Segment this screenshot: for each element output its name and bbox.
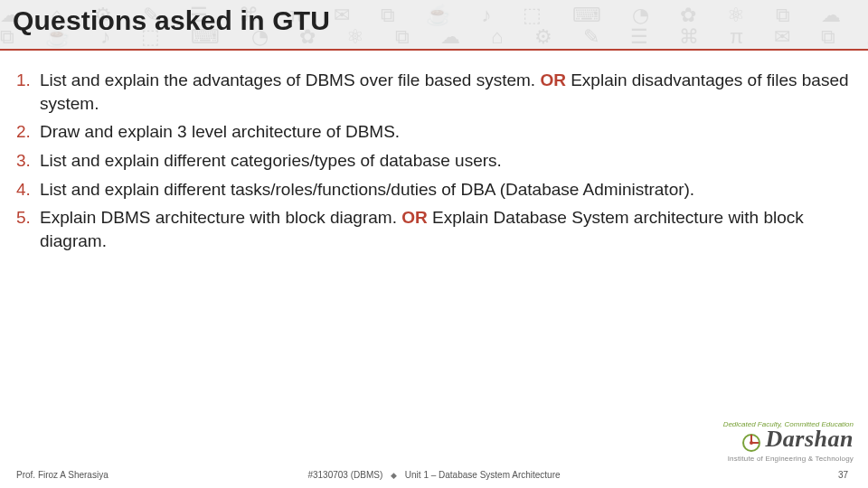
question-text-pre: Explain DBMS architecture with block dia… — [40, 208, 401, 227]
logo-mark-icon — [741, 432, 762, 454]
list-item: Explain DBMS architecture with block dia… — [16, 206, 852, 252]
footer-unit: Unit 1 – Database System Architecture — [405, 470, 561, 480]
question-list: List and explain the advantages of DBMS … — [16, 69, 852, 252]
footer-center: #3130703 (DBMS) ◆ Unit 1 – Database Syst… — [307, 470, 560, 480]
footer-page-number: 37 — [838, 470, 848, 480]
header-band: ☁ ⌂ ⚙ ✎ ☰ ⌘ π ✉ ⧉ ☕ ♪ ⬚ ⌨ ◔ ✿ ⚛ ⧉ ☁ ⌂ ⚙ … — [0, 0, 868, 49]
slide-title: Questions asked in GTU — [13, 5, 330, 36]
footer-professor: Prof. Firoz A Sherasiya — [16, 470, 224, 480]
list-item: List and explain different tasks/roles/f… — [16, 178, 852, 202]
list-item: List and explain different categories/ty… — [16, 149, 852, 173]
list-item: List and explain the advantages of DBMS … — [16, 69, 852, 115]
footer-bar: Prof. Firoz A Sherasiya #3130703 (DBMS) … — [0, 461, 868, 488]
logo-name: Darshan — [766, 426, 854, 452]
slide-root: ☁ ⌂ ⚙ ✎ ☰ ⌘ π ✉ ⧉ ☕ ♪ ⬚ ⌨ ◔ ✿ ⚛ ⧉ ☁ ⌂ ⚙ … — [0, 0, 868, 488]
or-keyword: OR — [540, 70, 566, 89]
list-item: Draw and explain 3 level architecture of… — [16, 120, 852, 144]
question-text-pre: List and explain different categories/ty… — [40, 151, 502, 170]
or-keyword: OR — [401, 208, 428, 227]
question-text-pre: List and explain the advantages of DBMS … — [40, 70, 540, 89]
footer-course-code: #3130703 (DBMS) — [307, 470, 382, 480]
question-text-pre: Draw and explain 3 level architecture of… — [40, 122, 400, 141]
institute-logo: Dedicated Faculty, Committed Education D… — [723, 420, 854, 463]
svg-point-1 — [750, 441, 753, 445]
diamond-separator-icon: ◆ — [391, 471, 397, 480]
question-text-pre: List and explain different tasks/roles/f… — [40, 180, 694, 199]
content-area: List and explain the advantages of DBMS … — [0, 51, 868, 461]
